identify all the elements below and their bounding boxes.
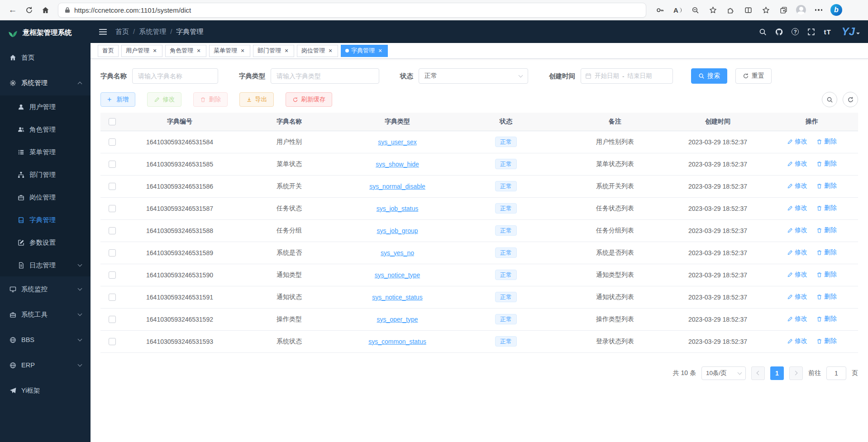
tab-6[interactable]: 岗位管理 (297, 45, 338, 57)
tab-close-icon[interactable] (283, 48, 290, 54)
row-checkbox[interactable] (109, 138, 116, 146)
tab-close-icon[interactable] (239, 48, 246, 54)
tab-4[interactable]: 菜单管理 (209, 45, 250, 57)
collapse-sidebar-button[interactable] (99, 28, 107, 36)
user-menu[interactable]: YJ (842, 25, 860, 38)
password-key-button[interactable] (652, 2, 668, 18)
address-bar[interactable]: https://ccnetcore.com:1101/system/dict (58, 3, 646, 18)
export-button[interactable]: 导出 (239, 92, 274, 107)
dict-type-link[interactable]: sys_oper_type (377, 316, 418, 323)
sidebar-item-log[interactable]: 日志管理 (0, 254, 91, 276)
tab-1[interactable]: 首页 (98, 45, 119, 57)
tab-close-icon[interactable] (196, 48, 202, 54)
collections-button[interactable] (775, 2, 792, 18)
row-edit-link[interactable]: 修改 (787, 337, 807, 345)
dict-type-link[interactable]: sys_user_sex (378, 138, 417, 146)
browser-menu-button[interactable] (811, 2, 827, 18)
sidebar-item-dict[interactable]: 字典管理 (0, 209, 91, 231)
row-delete-link[interactable]: 删除 (816, 248, 837, 257)
tab-close-icon[interactable] (377, 48, 383, 54)
dict-type-link[interactable]: sys_common_status (368, 338, 426, 345)
sidebar-item-monitor[interactable]: 系统监控 (0, 276, 91, 302)
help-button[interactable] (792, 28, 799, 35)
sidebar-item-home[interactable]: 首页 (0, 45, 91, 70)
sidebar-item-post[interactable]: 岗位管理 (0, 186, 91, 209)
row-delete-link[interactable]: 删除 (816, 337, 837, 345)
dict-type-link[interactable]: sys_job_status (377, 205, 419, 212)
row-delete-link[interactable]: 删除 (816, 204, 837, 212)
delete-button[interactable]: 删除 (193, 92, 228, 107)
edit-button[interactable]: 修改 (147, 92, 181, 107)
sidebar-item-user[interactable]: 用户管理 (0, 95, 91, 118)
dict-type-link[interactable]: sys_notice_type (375, 271, 420, 279)
row-delete-link[interactable]: 删除 (816, 160, 837, 168)
tab-3[interactable]: 角色管理 (165, 45, 206, 57)
sidebar-item-menu[interactable]: 菜单管理 (0, 141, 91, 163)
row-checkbox[interactable] (109, 249, 116, 257)
row-edit-link[interactable]: 修改 (787, 315, 807, 323)
refresh-button[interactable] (21, 2, 37, 18)
row-checkbox[interactable] (109, 161, 116, 168)
row-checkbox[interactable] (109, 227, 116, 234)
row-checkbox[interactable] (109, 316, 116, 323)
row-checkbox[interactable] (109, 338, 116, 345)
app-logo[interactable]: 意框架管理系统 (0, 20, 91, 45)
github-button[interactable] (775, 28, 783, 36)
row-checkbox[interactable] (109, 205, 116, 212)
reset-button[interactable]: 重置 (735, 68, 772, 84)
dict-type-link[interactable]: sys_notice_status (372, 294, 422, 301)
extensions-button[interactable] (722, 2, 739, 18)
sidebar-item-tools[interactable]: 系统工具 (0, 302, 91, 327)
favorites-button[interactable] (758, 2, 774, 18)
next-page-button[interactable] (789, 366, 803, 380)
prev-page-button[interactable] (751, 366, 765, 380)
breadcrumb-system[interactable]: 系统管理 (139, 28, 172, 36)
tab-close-icon[interactable] (152, 48, 158, 54)
goto-page-input[interactable] (826, 366, 846, 380)
status-select[interactable]: 正常 (419, 68, 528, 84)
row-edit-link[interactable]: 修改 (787, 248, 807, 257)
row-checkbox[interactable] (109, 294, 116, 301)
row-edit-link[interactable]: 修改 (787, 271, 807, 279)
sidebar-item-system[interactable]: 系统管理 (0, 70, 91, 95)
search-button[interactable]: 搜索 (691, 68, 727, 84)
dict-type-link[interactable]: sys_job_group (377, 227, 418, 234)
select-all-checkbox[interactable] (109, 118, 116, 125)
tab-2[interactable]: 用户管理 (121, 45, 162, 57)
row-checkbox[interactable] (109, 183, 116, 190)
row-edit-link[interactable]: 修改 (787, 182, 807, 190)
header-search-button[interactable] (759, 28, 767, 36)
sidebar-item-erp[interactable]: ERP (0, 352, 91, 378)
dict-type-input[interactable] (271, 68, 379, 84)
read-aloud-button[interactable]: A (669, 2, 686, 18)
row-delete-link[interactable]: 删除 (816, 182, 837, 190)
fullscreen-button[interactable] (807, 28, 815, 36)
row-edit-link[interactable]: 修改 (787, 138, 807, 146)
row-edit-link[interactable]: 修改 (787, 160, 807, 168)
sidebar-item-param[interactable]: 参数设置 (0, 231, 91, 254)
back-button[interactable]: ← (5, 2, 21, 18)
dict-name-input[interactable] (132, 68, 218, 84)
refresh-table-button[interactable] (843, 92, 858, 107)
toggle-search-button[interactable] (822, 92, 837, 107)
row-delete-link[interactable]: 删除 (816, 226, 837, 234)
dict-type-link[interactable]: sys_normal_disable (369, 183, 425, 190)
refresh-cache-button[interactable]: 刷新缓存 (286, 92, 332, 107)
row-edit-link[interactable]: 修改 (787, 226, 807, 234)
copilot-button[interactable]: b (828, 2, 844, 18)
row-delete-link[interactable]: 删除 (816, 138, 837, 146)
tab-close-icon[interactable] (327, 48, 334, 54)
current-page[interactable]: 1 (770, 366, 784, 380)
profile-button[interactable] (793, 2, 809, 18)
row-delete-link[interactable]: 删除 (816, 315, 837, 323)
tab-5[interactable]: 部门管理 (253, 45, 294, 57)
row-delete-link[interactable]: 删除 (816, 293, 837, 301)
tab-7[interactable]: 字典管理 (341, 45, 388, 57)
split-screen-button[interactable] (740, 2, 756, 18)
add-favorite-button[interactable] (705, 2, 721, 18)
date-range-picker[interactable]: 开始日期 - 结束日期 (581, 68, 673, 84)
breadcrumb-home[interactable]: 首页 (115, 28, 135, 36)
home-button[interactable] (37, 2, 53, 18)
font-size-button[interactable]: tT (824, 28, 831, 36)
dict-type-link[interactable]: sys_yes_no (381, 249, 414, 257)
